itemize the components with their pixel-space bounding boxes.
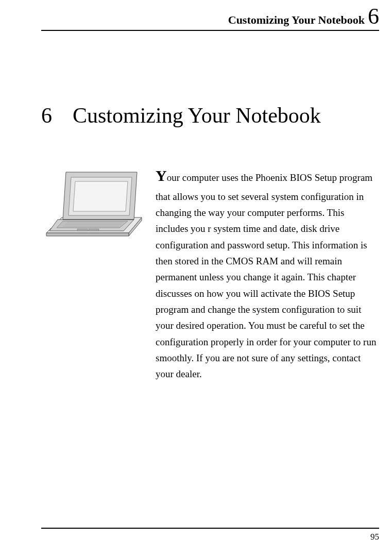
svg-rect-6 <box>77 229 88 231</box>
body-text: our computer uses the Phoenix BIOS Setup… <box>156 172 376 379</box>
header-title: Customizing Your Notebook <box>228 13 365 27</box>
content-row: Your computer uses the Phoenix BIOS Setu… <box>41 163 379 382</box>
chapter-title: Customizing Your Notebook <box>73 103 321 128</box>
intro-paragraph: Your computer uses the Phoenix BIOS Setu… <box>156 163 379 382</box>
svg-rect-7 <box>89 229 99 231</box>
page-number: 95 <box>370 532 379 542</box>
dropcap: Y <box>156 167 167 184</box>
running-header: Customizing Your Notebook 6 <box>41 6 379 31</box>
chapter-number: 6 <box>41 103 52 128</box>
svg-marker-10 <box>73 181 128 211</box>
chapter-heading: 6 Customizing Your Notebook <box>41 103 379 128</box>
header-chapter-number: 6 <box>368 6 379 27</box>
page-footer: 95 <box>41 528 379 542</box>
svg-marker-13 <box>46 233 129 236</box>
laptop-illustration <box>41 166 144 245</box>
